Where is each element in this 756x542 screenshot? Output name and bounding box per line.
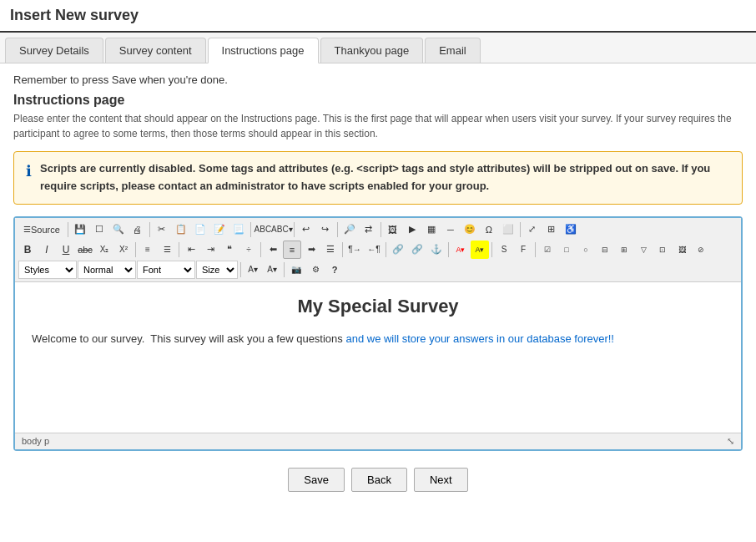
cut-button[interactable]: ✂ [153,220,171,239]
align-left-button[interactable]: ⬅ [264,241,282,259]
editor-blue-text: and we will store your answers in our da… [345,332,614,345]
hidden-button[interactable]: ⊘ [692,241,710,259]
ol-button[interactable]: ≡ [139,241,157,259]
copy-button[interactable]: 📋 [172,220,190,239]
strikethrough-button[interactable]: abc [76,241,94,259]
undo-button[interactable]: ↩ [297,220,315,239]
align-justify-button[interactable]: ☰ [321,241,340,259]
bg-color-select-button[interactable]: A▾ [263,261,281,279]
toolbar-separator-9 [179,242,179,257]
text-color-select-button[interactable]: A▾ [244,261,262,279]
hr-button[interactable]: ─ [441,220,460,239]
source-label: Source [31,225,60,235]
underline-button[interactable]: U [57,241,75,259]
show-blocks-button[interactable]: ⊞ [542,220,561,239]
paste-word-button[interactable]: 📃 [229,220,248,239]
find-button[interactable]: 🔎 [340,220,359,239]
smiley-button[interactable]: 😊 [461,220,479,239]
status-bar-text: body p [22,436,49,446]
blockquote-button[interactable]: ❝ [220,241,239,259]
link-button[interactable]: 🔗 [389,241,407,259]
section-description: Please enter the content that should app… [13,111,743,141]
styles-select[interactable]: Styles [18,261,77,279]
radio-button[interactable]: ○ [577,241,595,259]
checkbox-button[interactable]: □ [557,241,576,259]
insert-media-button[interactable]: 📷 [287,261,305,279]
paste-text-button[interactable]: 📝 [210,220,229,239]
subscript-button[interactable]: X₂ [95,241,113,259]
tabs-bar: Survey Details Survey content Instructio… [0,33,756,63]
paste-button[interactable]: 📄 [191,220,209,239]
font-select[interactable]: Font [137,261,195,279]
bold-button[interactable]: B [18,241,37,259]
warning-text-bold: Scripts are currently disabled. Some tag… [40,162,710,192]
btn-field-button[interactable]: ⊡ [653,241,672,259]
tab-survey-details[interactable]: Survey Details [5,38,103,63]
save-doc-button[interactable]: 💾 [71,220,89,239]
select-button[interactable]: ▽ [634,241,653,259]
format-select[interactable]: Normal [78,261,136,279]
maximize-button[interactable]: ⤢ [523,220,542,239]
superscript-button[interactable]: X² [114,241,133,259]
copy-format-button[interactable]: F [514,241,532,259]
table-button[interactable]: ▦ [422,220,441,239]
redo-button[interactable]: ↪ [316,220,335,239]
ltr-button[interactable]: ¶→ [345,241,364,259]
bgcolor-button[interactable]: A▾ [471,241,489,259]
editor-container: ☰ Source 💾 ☐ 🔍 🖨 ✂ 📋 📄 📝 📃 ABC ABC▾ ↩ [13,216,743,451]
next-button[interactable]: Next [414,468,468,492]
save-button[interactable]: Save [288,468,345,492]
tab-instructions-page[interactable]: Instructions page [208,38,319,63]
section-title: Instructions page [13,93,743,108]
tab-survey-content[interactable]: Survey content [105,38,206,63]
replace-button[interactable]: ⇄ [360,220,378,239]
indent-button[interactable]: ⇥ [201,241,219,259]
help-button[interactable]: ? [325,261,344,279]
tab-email[interactable]: Email [425,38,481,63]
toolbar-separator-15 [535,242,536,257]
styles2-button[interactable]: S [495,241,513,259]
ul-button[interactable]: ☰ [158,241,176,259]
toolbar-separator-2 [149,222,150,237]
rtl-button[interactable]: ←¶ [365,241,383,259]
back-button[interactable]: Back [351,468,407,492]
align-right-button[interactable]: ➡ [302,241,320,259]
warning-box: ℹ Scripts are currently disabled. Some t… [13,151,743,205]
a11y-button[interactable]: ♿ [562,220,580,239]
editor-status-bar: body p ⤡ [15,433,741,449]
preview-button[interactable]: 🔍 [109,220,128,239]
form-button[interactable]: ☑ [538,241,557,259]
size-select[interactable]: Size [196,261,238,279]
new-doc-button[interactable]: ☐ [90,220,108,239]
italic-button[interactable]: I [38,241,56,259]
tab-thankyou-page[interactable]: Thankyou page [320,38,424,63]
outdent-button[interactable]: ⇤ [182,241,200,259]
img-btn-button[interactable]: 🖼 [673,241,691,259]
textarea-button[interactable]: ⊞ [615,241,633,259]
special-char-button[interactable]: Ω [480,220,498,239]
editor-content-body: Welcome to our survey. This survey will … [32,331,724,348]
anchor-button[interactable]: ⚓ [427,241,446,259]
source-button[interactable]: ☰ Source [18,220,65,239]
toolbar-row-3: Styles Normal Font Size A▾ A▾ 📷 ⚙ ? [18,261,738,279]
spellcheck-button[interactable]: ABC [254,220,272,239]
iframe-button[interactable]: ⬜ [499,220,517,239]
toolbar-separator-11 [342,242,343,257]
div-button[interactable]: ÷ [239,241,258,259]
toolbar-separator-7 [520,222,521,237]
toolbar-separator-14 [491,242,492,257]
color-button[interactable]: A▾ [451,241,470,259]
insert-widget-button[interactable]: ⚙ [306,261,325,279]
textfield-button[interactable]: ⊟ [596,241,614,259]
align-center-button[interactable]: ≡ [283,241,301,259]
page-title: Insert New survey [10,7,746,24]
toolbar-separator-4 [294,222,295,237]
print-button[interactable]: 🖨 [129,220,147,239]
unlink-button[interactable]: 🔗 [408,241,426,259]
spellcheck-lang-button[interactable]: ABC▾ [273,220,291,239]
editor-body[interactable]: My Special Survey Welcome to our survey.… [15,282,741,433]
image-button[interactable]: 🖼 [384,220,402,239]
flash-button[interactable]: ▶ [403,220,421,239]
resize-handle[interactable]: ⤡ [727,436,734,447]
source-icon: ☰ [23,225,31,234]
